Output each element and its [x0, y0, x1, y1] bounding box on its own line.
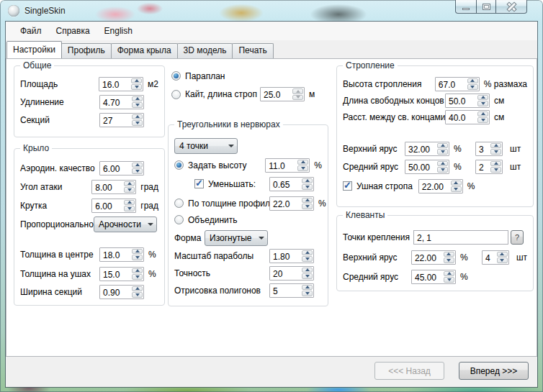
spin-up-button[interactable]	[437, 143, 448, 149]
brake-upper-tier-spinner[interactable]: 22.00	[411, 250, 456, 265]
spin-down-button[interactable]	[297, 165, 308, 171]
ear-line-spinner[interactable]: 22.00	[418, 179, 463, 193]
kite-radio[interactable]	[171, 90, 181, 99]
center-thickness-spinner[interactable]: 18.0	[99, 247, 144, 262]
spin-down-button[interactable]	[132, 120, 143, 126]
spin-down-button[interactable]	[477, 117, 488, 123]
middle-tier-value[interactable]: 50.00	[405, 160, 436, 173]
spin-down-button[interactable]	[302, 204, 313, 209]
paraglider-option[interactable]: Параплан	[171, 68, 225, 83]
combo-arrow[interactable]	[144, 223, 156, 226]
spin-down-button[interactable]	[490, 167, 501, 173]
spin-up-button[interactable]	[437, 161, 448, 167]
area-value[interactable]: 16.0	[99, 78, 130, 91]
middle-tier-spinner[interactable]: 50.00	[405, 160, 449, 174]
spin-down-button[interactable]	[302, 184, 313, 190]
spin-down-button[interactable]	[477, 101, 488, 106]
spin-up-button[interactable]	[131, 78, 142, 84]
attach-points-help-button[interactable]: ?	[511, 230, 524, 245]
spin-down-button[interactable]	[444, 257, 454, 263]
decrease-spinner[interactable]: 0.65	[269, 177, 314, 191]
points-combobox[interactable]: 4 точки	[174, 138, 238, 154]
rigging-height-spinner[interactable]: 67.0	[435, 77, 480, 91]
spin-up-button[interactable]	[297, 160, 308, 165]
decrease-value[interactable]: 0.65	[270, 178, 301, 191]
brake-upper-count-spinner[interactable]: 4	[482, 250, 509, 265]
spin-up-button[interactable]	[467, 78, 478, 84]
brake-upper-tier-value[interactable]: 22.00	[412, 251, 443, 264]
kite-option[interactable]: Кайт, длина строп 25.0 м	[171, 86, 315, 102]
upper-tier-count-spinner[interactable]: 3	[475, 142, 503, 156]
spin-down-button[interactable]	[497, 257, 508, 263]
back-button[interactable]: <<< Назад	[374, 362, 444, 380]
spin-up-button[interactable]	[497, 252, 508, 257]
menu-english[interactable]: English	[97, 24, 140, 38]
attack-angle-spinner[interactable]: 8.00	[91, 180, 136, 194]
riser-distance-value[interactable]: 40.0	[446, 111, 477, 124]
spin-up-button[interactable]	[124, 181, 135, 187]
combo-arrow[interactable]	[225, 145, 237, 147]
precision-spinner[interactable]: 20	[269, 266, 314, 281]
twist-spinner[interactable]: 6.00	[91, 199, 136, 213]
set-height-radio[interactable]	[174, 160, 184, 170]
menu-help[interactable]: Справка	[49, 24, 97, 38]
shape-combobox[interactable]: Изогнутые	[205, 230, 268, 246]
brake-middle-tier-value[interactable]: 45.00	[412, 270, 443, 283]
glide-ratio-value[interactable]: 6.00	[100, 162, 131, 175]
spin-down-button[interactable]	[444, 277, 454, 283]
upper-tier-spinner[interactable]: 32.00	[405, 142, 449, 156]
upper-tier-value[interactable]: 32.00	[405, 142, 436, 155]
spin-down-button[interactable]	[451, 186, 462, 192]
ear-line-checkbox[interactable]: ✓	[343, 181, 352, 191]
kite-line-length-spinner[interactable]: 25.0	[260, 87, 305, 101]
tab-wing-shape[interactable]: Форма крыла	[111, 43, 178, 58]
attach-points-input[interactable]: 2, 1	[413, 230, 508, 245]
spin-up-button[interactable]	[444, 271, 454, 277]
decrease-checkbox[interactable]: ✓	[194, 179, 204, 188]
spin-down-button[interactable]	[437, 149, 448, 155]
sections-spinner[interactable]: 27	[99, 113, 144, 127]
merge-radio[interactable]	[174, 215, 184, 224]
spin-down-button[interactable]	[302, 291, 313, 296]
tab-3d-model[interactable]: 3D модель	[177, 43, 233, 58]
spin-down-button[interactable]	[131, 84, 142, 90]
paraglider-radio[interactable]	[171, 71, 181, 81]
tab-print[interactable]: Печать	[232, 43, 273, 58]
twist-value[interactable]: 6.00	[92, 199, 123, 212]
minimize-button[interactable]	[455, 0, 477, 14]
profile-thickness-spinner[interactable]: 22.0	[269, 196, 314, 211]
spin-down-button[interactable]	[132, 102, 143, 108]
spin-down-button[interactable]	[132, 255, 143, 260]
spin-up-button[interactable]	[302, 285, 313, 291]
precision-value[interactable]: 20	[270, 267, 301, 280]
spin-up-button[interactable]	[477, 95, 488, 101]
spin-down-button[interactable]	[292, 95, 303, 101]
upper-tier-count[interactable]: 3	[476, 142, 490, 155]
menu-file[interactable]: Файл	[13, 24, 49, 38]
spin-down-button[interactable]	[302, 273, 313, 279]
sections-value[interactable]: 27	[100, 114, 131, 127]
brake-upper-count[interactable]: 4	[483, 251, 496, 264]
close-button[interactable]	[495, 0, 527, 14]
spin-up-button[interactable]	[124, 200, 135, 206]
aspect-spinner[interactable]: 4.70	[99, 95, 144, 109]
area-spinner[interactable]: 16.0	[99, 77, 143, 91]
glide-ratio-spinner[interactable]: 6.00	[99, 161, 144, 176]
spin-up-button[interactable]	[302, 178, 313, 184]
spin-down-button[interactable]	[124, 206, 135, 211]
spin-down-button[interactable]	[490, 149, 501, 155]
tip-thickness-value[interactable]: 15.0	[100, 268, 131, 281]
riser-distance-spinner[interactable]: 40.0	[445, 110, 490, 124]
spin-up-button[interactable]	[451, 181, 462, 186]
spin-up-button[interactable]	[490, 161, 501, 167]
spin-up-button[interactable]	[132, 286, 143, 292]
spin-up-button[interactable]	[132, 163, 143, 168]
maximize-button[interactable]	[476, 0, 496, 14]
spin-down-button[interactable]	[132, 292, 143, 298]
forward-button[interactable]: Вперед >>>	[459, 362, 529, 380]
set-height-value[interactable]: 11.0	[266, 159, 297, 172]
aspect-value[interactable]: 4.70	[100, 96, 131, 109]
middle-tier-count-spinner[interactable]: 2	[475, 160, 503, 174]
polygons-value[interactable]: 5	[270, 284, 301, 297]
tip-thickness-spinner[interactable]: 15.0	[99, 267, 144, 281]
